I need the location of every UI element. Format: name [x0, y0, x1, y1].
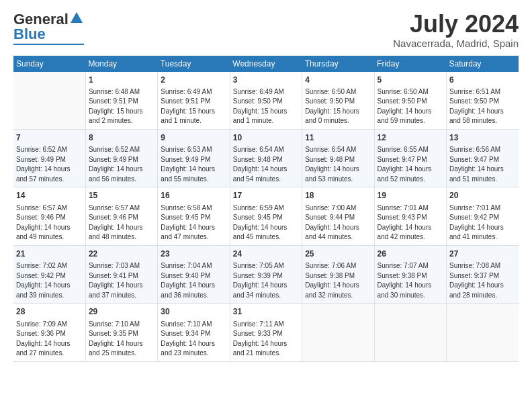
cell-content-line: Daylight: 14 hours — [305, 223, 371, 233]
cell-content-line: and 1 minute. — [233, 116, 299, 126]
calendar-cell: 23Sunrise: 7:04 AMSunset: 9:40 PMDayligh… — [158, 245, 230, 303]
cell-content-line: Daylight: 14 hours — [233, 339, 299, 349]
day-number: 7 — [16, 132, 83, 144]
cell-content-line: Daylight: 14 hours — [16, 223, 83, 233]
cell-content-line: and 23 minutes. — [161, 349, 226, 359]
calendar-cell — [374, 304, 446, 361]
header-row: Sunday Monday Tuesday Wednesday Thursday… — [13, 56, 519, 72]
cell-content-line: and 1 minute. — [161, 116, 226, 126]
calendar-cell: 20Sunrise: 7:01 AMSunset: 9:42 PMDayligh… — [447, 187, 519, 245]
cell-content-line: Sunset: 9:36 PM — [16, 329, 83, 339]
cell-content-line: Sunset: 9:48 PM — [305, 155, 371, 165]
cell-content-line: Sunrise: 6:50 AM — [305, 87, 371, 97]
col-monday: Monday — [85, 56, 157, 72]
cell-content-line: Sunrise: 7:02 AM — [16, 261, 83, 271]
cell-content-line: Daylight: 14 hours — [449, 223, 516, 233]
day-number: 5 — [378, 75, 443, 86]
col-saturday: Saturday — [447, 56, 519, 72]
day-number: 27 — [449, 248, 516, 260]
calendar-cell: 4Sunrise: 6:50 AMSunset: 9:50 PMDaylight… — [302, 72, 374, 130]
calendar-cell: 22Sunrise: 7:03 AMSunset: 9:41 PMDayligh… — [85, 245, 157, 303]
calendar-table: Sunday Monday Tuesday Wednesday Thursday… — [13, 56, 519, 362]
cell-content-line: Sunset: 9:37 PM — [449, 271, 516, 281]
cell-content-line: Sunset: 9:50 PM — [449, 97, 516, 107]
cell-content-line: Sunset: 9:42 PM — [16, 271, 83, 281]
calendar-cell: 24Sunrise: 7:05 AMSunset: 9:39 PMDayligh… — [230, 245, 302, 303]
calendar-cell: 15Sunrise: 6:57 AMSunset: 9:46 PMDayligh… — [85, 187, 157, 245]
calendar-week-5: 28Sunrise: 7:09 AMSunset: 9:36 PMDayligh… — [13, 304, 519, 361]
svg-marker-0 — [71, 12, 83, 23]
cell-content-line: Sunset: 9:49 PM — [161, 155, 226, 165]
cell-content-line: Sunset: 9:38 PM — [305, 271, 371, 281]
cell-content-line: Daylight: 14 hours — [89, 165, 154, 175]
cell-content-line: Sunrise: 7:01 AM — [378, 203, 443, 214]
cell-content-line: Sunset: 9:42 PM — [449, 213, 516, 223]
day-number: 24 — [233, 248, 299, 260]
day-number: 30 — [161, 306, 226, 318]
calendar-week-3: 14Sunrise: 6:57 AMSunset: 9:46 PMDayligh… — [13, 187, 519, 245]
calendar-cell: 13Sunrise: 6:56 AMSunset: 9:47 PMDayligh… — [447, 129, 519, 187]
cell-content-line: Daylight: 14 hours — [449, 107, 516, 117]
cell-content-line: Sunrise: 7:00 AM — [305, 203, 371, 214]
cell-content-line: Sunset: 9:45 PM — [161, 213, 226, 223]
cell-content-line: Sunset: 9:44 PM — [305, 213, 371, 223]
page: General Blue July 2024 Navacerrada, Madr… — [0, 0, 532, 369]
day-number: 15 — [89, 190, 154, 201]
col-wednesday: Wednesday — [230, 56, 302, 72]
cell-content-line: and 51 minutes. — [449, 175, 516, 185]
calendar-cell: 28Sunrise: 7:09 AMSunset: 9:36 PMDayligh… — [13, 304, 85, 361]
logo-blue: Blue — [13, 26, 46, 43]
day-number: 26 — [378, 248, 443, 260]
day-number: 2 — [161, 75, 226, 86]
cell-content-line: and 47 minutes. — [161, 232, 226, 242]
calendar-cell: 25Sunrise: 7:06 AMSunset: 9:38 PMDayligh… — [302, 245, 374, 303]
cell-content-line: Sunrise: 7:11 AM — [233, 320, 299, 330]
logo: General Blue — [13, 11, 84, 45]
day-number: 31 — [233, 306, 299, 318]
cell-content-line: Daylight: 15 hours — [233, 107, 299, 117]
day-number: 25 — [305, 248, 371, 260]
cell-content-line: and 2 minutes. — [89, 116, 154, 126]
cell-content-line: Daylight: 14 hours — [378, 281, 443, 291]
cell-content-line: Sunrise: 7:08 AM — [449, 261, 516, 271]
cell-content-line: Sunrise: 6:55 AM — [378, 145, 443, 155]
cell-content-line: Daylight: 15 hours — [89, 107, 154, 117]
cell-content-line: Daylight: 14 hours — [16, 339, 83, 349]
cell-content-line: Sunrise: 6:56 AM — [449, 145, 516, 155]
calendar-cell: 29Sunrise: 7:10 AMSunset: 9:35 PMDayligh… — [85, 304, 157, 361]
day-number: 29 — [89, 306, 154, 318]
cell-content-line: Daylight: 14 hours — [378, 223, 443, 233]
day-number: 21 — [16, 248, 83, 260]
cell-content-line: Sunset: 9:47 PM — [449, 155, 516, 165]
cell-content-line: Daylight: 14 hours — [449, 165, 516, 175]
cell-content-line: Sunrise: 6:49 AM — [233, 87, 299, 97]
location: Navacerrada, Madrid, Spain — [393, 38, 519, 49]
cell-content-line: Sunset: 9:33 PM — [233, 329, 299, 339]
calendar-cell: 14Sunrise: 6:57 AMSunset: 9:46 PMDayligh… — [13, 187, 85, 245]
cell-content-line: Daylight: 14 hours — [161, 281, 226, 291]
cell-content-line: Sunset: 9:49 PM — [89, 155, 154, 165]
cell-content-line: Sunset: 9:46 PM — [89, 213, 154, 223]
cell-content-line: and 28 minutes. — [449, 291, 516, 301]
calendar-cell — [447, 304, 519, 361]
cell-content-line: Sunset: 9:45 PM — [233, 213, 299, 223]
day-number: 17 — [233, 190, 299, 201]
calendar-cell: 26Sunrise: 7:07 AMSunset: 9:38 PMDayligh… — [374, 245, 446, 303]
cell-content-line: Sunrise: 7:05 AM — [233, 261, 299, 271]
calendar-cell: 5Sunrise: 6:50 AMSunset: 9:50 PMDaylight… — [374, 72, 446, 130]
cell-content-line: Sunrise: 7:04 AM — [161, 261, 226, 271]
cell-content-line: Sunset: 9:48 PM — [233, 155, 299, 165]
day-number: 20 — [449, 190, 516, 201]
cell-content-line: Sunrise: 6:50 AM — [378, 87, 443, 97]
day-number: 28 — [16, 306, 83, 318]
day-number: 23 — [161, 248, 226, 260]
cell-content-line: Sunset: 9:43 PM — [378, 213, 443, 223]
cell-content-line: and 57 minutes. — [16, 175, 83, 185]
day-number: 10 — [233, 132, 299, 144]
cell-content-line: Sunrise: 6:54 AM — [233, 145, 299, 155]
cell-content-line: Sunset: 9:35 PM — [89, 329, 154, 339]
cell-content-line: and 59 minutes. — [378, 116, 443, 126]
cell-content-line: and 32 minutes. — [305, 291, 371, 301]
day-number: 16 — [161, 190, 226, 201]
cell-content-line: Daylight: 14 hours — [305, 165, 371, 175]
